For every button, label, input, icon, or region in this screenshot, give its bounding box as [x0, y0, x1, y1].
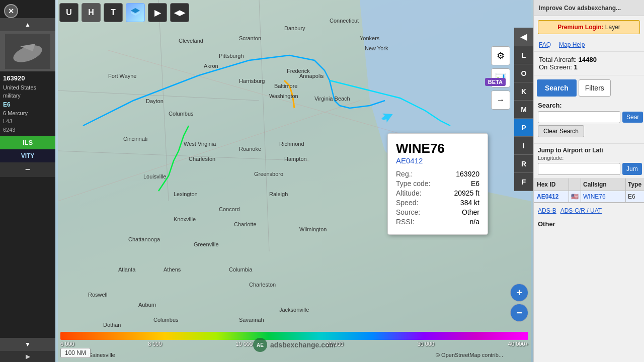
search-filter-buttons: Search Filters: [534, 75, 644, 99]
btn-next[interactable]: ▶: [148, 3, 167, 22]
attribution-text: © OpenStreetMap contrib...: [436, 352, 503, 358]
nav-letter-l[interactable]: L: [514, 46, 533, 64]
svg-text:Hampton: Hampton: [284, 156, 307, 162]
watermark-logo: AE: [253, 338, 267, 352]
jump-section: Jump to Airport or Lati Longitude: Jum: [534, 144, 644, 178]
ads-section: ADS-B ADS-C/R / UAT: [534, 203, 644, 218]
premium-label: Premium Login:: [557, 24, 603, 31]
nav-letter-r[interactable]: R: [514, 155, 533, 173]
play-icon: ▶: [26, 353, 30, 360]
svg-text:Louisville: Louisville: [143, 173, 166, 179]
svg-text:Columbus: Columbus: [169, 111, 194, 117]
btn-double-arrows[interactable]: ◀▶: [170, 3, 189, 22]
aircraft-popup: WINE76 AE0412 Reg.: 163920 Type code: E6…: [387, 133, 488, 235]
popup-source-label: Source:: [396, 208, 420, 216]
settings-button[interactable]: ⚙: [491, 46, 510, 65]
clear-search-button[interactable]: Clear Search: [538, 125, 584, 137]
close-sidebar-button[interactable]: ✕: [4, 4, 18, 18]
th-flag: [569, 178, 581, 191]
td-callsign: WINE76: [581, 191, 626, 202]
map-area[interactable]: Fort Wayne Cleveland Akron Pittsburgh Sc…: [55, 0, 533, 362]
table-header: Hex ID Callsign Type: [534, 178, 644, 191]
svg-text:Columbia: Columbia: [229, 266, 253, 273]
th-callsign: Callsign: [581, 178, 626, 191]
filters-button[interactable]: Filters: [579, 79, 611, 97]
nav-letter-o[interactable]: O: [514, 64, 533, 82]
popup-row-speed: Speed: 384 kt: [396, 199, 479, 207]
improve-cov-sub: adsbexchang...: [577, 5, 621, 12]
td-hex-id: AE0412: [534, 191, 569, 202]
ads-b-link[interactable]: ADS-B: [538, 207, 556, 214]
nav-letter-m[interactable]: M: [514, 101, 533, 119]
search-row: Sear: [538, 111, 640, 123]
btn-u[interactable]: U: [59, 3, 78, 22]
search-input[interactable]: [538, 111, 620, 123]
th-hex-id: Hex ID: [534, 178, 569, 191]
sidebar-icao: L4J: [3, 117, 52, 126]
login-button[interactable]: →: [491, 90, 510, 110]
btn-t[interactable]: T: [104, 3, 123, 22]
sidebar-vity-bar[interactable]: VITY: [0, 149, 55, 162]
popup-speed-label: Speed:: [396, 199, 418, 207]
popup-row-type: Type code: E6: [396, 179, 479, 188]
popup-altitude-value: 20925 ft: [454, 189, 479, 197]
svg-text:Charleston: Charleston: [249, 282, 276, 288]
svg-text:Atlanta: Atlanta: [118, 266, 136, 273]
sidebar-play-bar[interactable]: ▶: [0, 351, 55, 362]
improve-coverage-link[interactable]: Improve Cov adsbexchang...: [539, 4, 639, 12]
zoom-out-button[interactable]: −: [510, 304, 528, 322]
svg-text:Gainesville: Gainesville: [88, 352, 115, 358]
search-go-button[interactable]: Sear: [622, 112, 643, 123]
svg-marker-55: [131, 8, 140, 13]
jump-button[interactable]: Jum: [622, 163, 642, 175]
sidebar-reg: 163920: [3, 73, 52, 83]
btn-layers[interactable]: [126, 3, 145, 22]
td-flag: 🇺🇸: [569, 191, 581, 202]
nav-letter-f[interactable]: F: [514, 173, 533, 191]
zoom-in-button[interactable]: +: [510, 284, 528, 302]
svg-text:Jacksonville: Jacksonville: [279, 307, 309, 313]
map-help-link[interactable]: Map Help: [559, 41, 585, 48]
premium-login-banner[interactable]: Premium Login: Layer: [538, 20, 640, 34]
left-sidebar: ✕ ▲ 163920 United States military E6 6 M…: [0, 0, 55, 362]
btn-h[interactable]: H: [82, 3, 101, 22]
popup-speed-value: 384 kt: [460, 199, 479, 207]
jump-input[interactable]: [538, 163, 620, 175]
svg-text:Harrisburg: Harrisburg: [239, 78, 265, 84]
sidebar-ils-bar[interactable]: ILS: [0, 136, 55, 149]
table-row[interactable]: AE0412 🇺🇸 WINE76 E6: [534, 191, 644, 203]
other-label: Other: [538, 220, 555, 228]
svg-text:Virginia Beach: Virginia Beach: [314, 96, 350, 102]
ads-cr-link[interactable]: ADS-C/R / UAT: [560, 207, 602, 214]
label-40000: 40 000+: [508, 341, 528, 347]
svg-text:Knoxville: Knoxville: [174, 216, 196, 222]
popup-hex-id[interactable]: AE0412: [396, 156, 479, 165]
sidebar-minus-button[interactable]: −: [0, 162, 55, 177]
svg-text:Auburn: Auburn: [138, 302, 156, 308]
ads-row: ADS-B ADS-C/R / UAT: [538, 207, 640, 214]
svg-text:Akron: Akron: [204, 63, 218, 69]
nav-letter-i[interactable]: I: [514, 137, 533, 155]
svg-text:Cleveland: Cleveland: [179, 38, 203, 44]
svg-text:Athens: Athens: [164, 266, 181, 273]
search-section-label: Search:: [538, 102, 640, 109]
nav-letter-p[interactable]: P: [514, 119, 533, 137]
total-aircraft-label: Total Aircraft:: [539, 56, 577, 63]
map-back-button[interactable]: ◀: [514, 28, 533, 46]
popup-source-value: Other: [462, 208, 479, 216]
popup-callsign[interactable]: WINE76: [396, 141, 479, 156]
search-button[interactable]: Search: [537, 79, 577, 97]
svg-text:Columbus: Columbus: [153, 317, 179, 323]
faq-link[interactable]: FAQ: [539, 41, 551, 48]
sidebar-small-num: 6243: [3, 126, 52, 134]
nav-letter-k[interactable]: K: [514, 82, 533, 101]
sidebar-type-code: E6: [3, 100, 52, 109]
svg-text:Chattanooga: Chattanooga: [128, 236, 160, 242]
svg-text:Concord: Concord: [219, 206, 240, 212]
search-section: Search: Sear Clear Search: [534, 99, 644, 144]
popup-rssi-label: RSSI:: [396, 218, 415, 226]
beta-badge: BETA: [485, 78, 506, 86]
svg-text:Cincinnati: Cincinnati: [123, 136, 147, 142]
scroll-up-button[interactable]: ▲: [0, 18, 55, 31]
scroll-down-button[interactable]: ▼: [0, 338, 55, 351]
